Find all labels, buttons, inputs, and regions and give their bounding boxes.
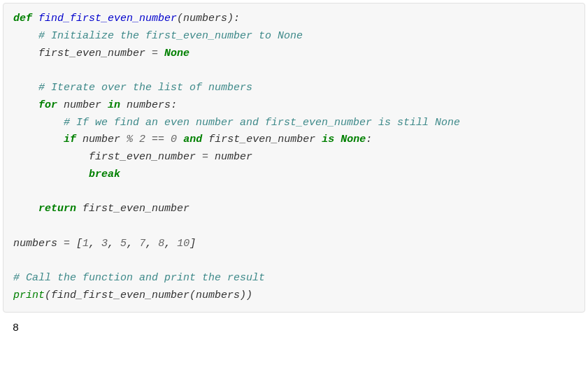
bracket-open: [ [76,238,83,250]
number: 1 [83,238,89,250]
paren-close: )) [240,289,252,301]
keyword-in: in [108,99,120,111]
variable: number [64,99,101,111]
variable: number [83,134,120,145]
variable: number [215,151,252,163]
code-block: def find_first_even_number(numbers): # I… [3,3,585,313]
argument: numbers [196,289,240,301]
builtin-none: None [164,48,189,59]
operator-assign: = [57,238,76,250]
keyword-def: def [13,13,32,24]
number: 2 [139,134,145,145]
colon: : [366,134,372,145]
comma: , [164,238,177,250]
paren-close-colon: ): [227,13,240,24]
keyword-if: if [64,134,76,145]
paren-open: ( [189,289,196,301]
variable: numbers [13,238,57,250]
output-block: 8 [3,315,585,341]
number: 10 [177,238,189,250]
paren-open: ( [177,13,183,24]
variable: first_even_number [38,48,145,59]
comma: , [89,238,101,250]
variable: first_even_number [89,151,196,163]
comma: , [127,238,139,250]
operator-eq: == [145,134,171,145]
number: 8 [158,238,164,250]
variable: first_even_number [83,203,189,215]
number: 0 [171,134,177,145]
variable: first_even_number [208,134,315,145]
comma: , [108,238,120,250]
function-name: find_first_even_number [38,13,177,24]
comment: # Iterate over the list of numbers [38,82,252,94]
operator-assign: = [196,151,215,163]
keyword-is: is [322,134,334,145]
paren-open: ( [45,289,51,301]
bracket-close: ] [189,238,196,250]
number: 7 [139,238,145,250]
number: 3 [101,238,108,250]
param: numbers [183,13,227,24]
builtin-print: print [13,289,45,301]
operator-mod: % [120,134,139,145]
keyword-and: and [183,134,202,145]
comment: # If we find an even number and first_ev… [64,117,460,129]
comment: # Initialize the first_even_number to No… [38,30,303,42]
colon: : [171,99,177,111]
keyword-for: for [38,99,57,111]
comment: # Call the function and print the result [13,272,265,284]
keyword-return: return [38,203,76,215]
output-text: 8 [13,322,19,334]
keyword-break: break [89,169,120,180]
number: 5 [120,238,127,250]
function-call: find_first_even_number [51,289,189,301]
variable: numbers [127,99,171,111]
builtin-none: None [340,134,366,145]
comma: , [145,238,158,250]
operator-assign: = [145,48,164,59]
